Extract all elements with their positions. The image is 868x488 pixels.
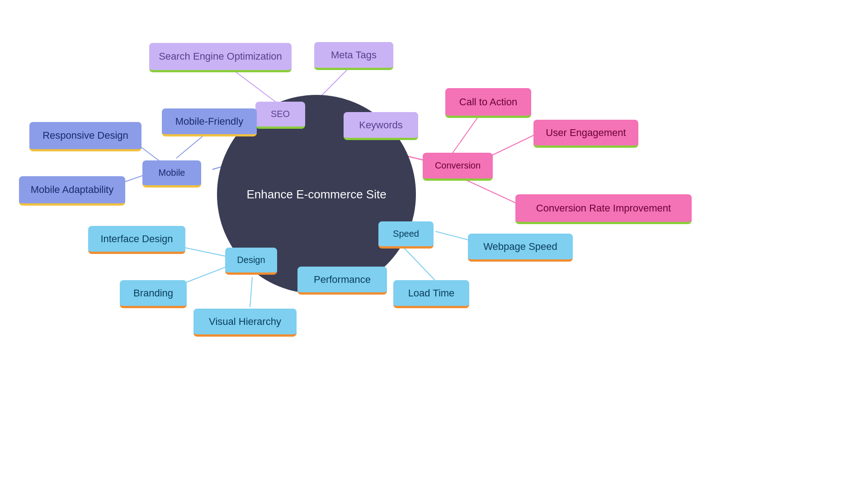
- svg-line-19: [435, 231, 470, 240]
- node-responsive-design[interactable]: Responsive Design: [29, 122, 142, 151]
- center-label: Enhance E-commerce Site: [246, 188, 386, 202]
- node-performance[interactable]: Performance: [297, 267, 387, 295]
- node-webpage-speed[interactable]: Webpage Speed: [468, 234, 573, 262]
- node-call-to-action[interactable]: Call to Action: [445, 88, 531, 118]
- svg-line-15: [250, 277, 252, 307]
- node-interface-design[interactable]: Interface Design: [88, 226, 185, 254]
- node-seo-search[interactable]: Search Engine Optimization: [149, 43, 292, 72]
- node-conversion[interactable]: Conversion: [423, 153, 493, 181]
- svg-line-9: [451, 115, 479, 155]
- node-mobile[interactable]: Mobile: [142, 160, 201, 188]
- node-seo-keywords[interactable]: Keywords: [344, 112, 418, 140]
- node-design[interactable]: Design: [225, 248, 277, 275]
- node-speed[interactable]: Speed: [378, 221, 434, 249]
- node-mobile-adaptability[interactable]: Mobile Adaptability: [19, 176, 125, 206]
- node-user-engagement[interactable]: User Engagement: [533, 120, 638, 148]
- node-conversion-rate[interactable]: Conversion Rate Improvement: [515, 194, 692, 224]
- mind-map: Enhance E-commerce Site SEO Search Engin…: [0, 0, 868, 488]
- node-seo[interactable]: SEO: [255, 102, 305, 129]
- node-seo-metatags[interactable]: Meta Tags: [314, 42, 393, 70]
- node-visual-hierarchy[interactable]: Visual Hierarchy: [193, 309, 297, 337]
- node-mobile-friendly[interactable]: Mobile-Friendly: [162, 108, 257, 136]
- node-load-time[interactable]: Load Time: [393, 280, 469, 308]
- node-branding[interactable]: Branding: [120, 280, 187, 308]
- svg-line-18: [404, 248, 435, 280]
